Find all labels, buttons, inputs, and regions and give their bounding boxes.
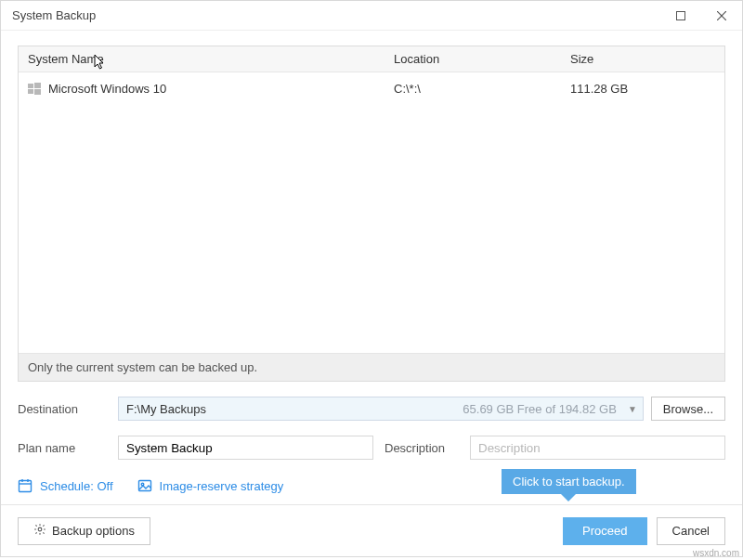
footer: Backup options Proceed Cancel bbox=[1, 504, 742, 556]
system-table: System Name Location Size Microsoft Wind… bbox=[18, 46, 725, 382]
column-header-size[interactable]: Size bbox=[561, 46, 724, 72]
svg-rect-0 bbox=[677, 11, 685, 20]
svg-rect-4 bbox=[34, 83, 41, 88]
svg-rect-6 bbox=[34, 89, 41, 95]
maximize-icon bbox=[676, 11, 685, 20]
close-icon bbox=[717, 11, 726, 20]
image-reserve-link-label: Image-reserve strategy bbox=[160, 479, 284, 493]
close-button[interactable] bbox=[701, 1, 742, 31]
destination-value: F:\My Backups bbox=[126, 402, 206, 416]
maximize-button[interactable] bbox=[660, 1, 701, 31]
description-label: Description bbox=[385, 441, 459, 455]
windows-icon bbox=[28, 83, 41, 96]
destination-dropdown[interactable]: F:\My Backups 65.69 GB Free of 194.82 GB… bbox=[118, 397, 644, 421]
row-location: C:\*:\ bbox=[385, 76, 561, 101]
backup-options-label: Backup options bbox=[52, 524, 135, 538]
schedule-link[interactable]: Schedule: Off bbox=[18, 478, 113, 493]
schedule-link-label: Schedule: Off bbox=[40, 479, 113, 493]
destination-label: Destination bbox=[18, 402, 107, 416]
table-body: Microsoft Windows 10 C:\*:\ 111.28 GB bbox=[19, 72, 724, 353]
window-title: System Backup bbox=[12, 8, 660, 22]
column-header-location[interactable]: Location bbox=[385, 46, 561, 72]
table-note: Only the current system can be backed up… bbox=[19, 353, 724, 381]
table-row[interactable]: Microsoft Windows 10 C:\*:\ 111.28 GB bbox=[19, 72, 724, 105]
proceed-button[interactable]: Proceed bbox=[563, 517, 646, 545]
table-header-row: System Name Location Size bbox=[19, 46, 724, 72]
plan-name-label: Plan name bbox=[18, 441, 107, 455]
svg-point-12 bbox=[141, 483, 144, 486]
image-icon bbox=[137, 478, 152, 493]
destination-row: Destination F:\My Backups 65.69 GB Free … bbox=[18, 397, 725, 421]
row-name: Microsoft Windows 10 bbox=[48, 82, 166, 96]
description-input[interactable] bbox=[470, 436, 725, 460]
column-header-name[interactable]: System Name bbox=[19, 46, 385, 72]
calendar-icon bbox=[18, 478, 33, 493]
proceed-tooltip: Click to start backup. bbox=[502, 469, 636, 494]
destination-free-space: 65.69 GB Free of 194.82 GB bbox=[463, 402, 617, 416]
chevron-down-icon: ▼ bbox=[628, 404, 637, 414]
watermark: wsxdn.com bbox=[693, 548, 739, 558]
image-reserve-link[interactable]: Image-reserve strategy bbox=[137, 478, 284, 493]
svg-rect-5 bbox=[28, 89, 33, 94]
svg-point-13 bbox=[38, 527, 42, 531]
browse-button[interactable]: Browse... bbox=[651, 397, 725, 421]
content-area: System Name Location Size Microsoft Wind… bbox=[1, 31, 742, 504]
row-size: 111.28 GB bbox=[561, 76, 724, 101]
plan-name-input[interactable] bbox=[118, 436, 373, 460]
titlebar: System Backup bbox=[1, 1, 742, 31]
plan-description-row: Plan name Description bbox=[18, 436, 725, 460]
backup-options-button[interactable]: Backup options bbox=[18, 517, 150, 545]
cancel-button[interactable]: Cancel bbox=[657, 517, 725, 545]
gear-icon bbox=[33, 523, 46, 539]
svg-rect-3 bbox=[28, 84, 33, 88]
svg-rect-7 bbox=[20, 481, 32, 492]
